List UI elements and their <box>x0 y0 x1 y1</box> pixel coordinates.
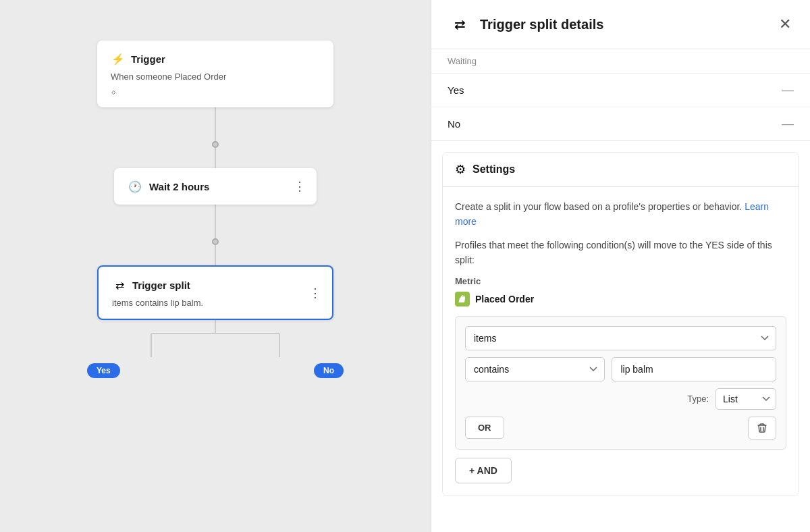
panel-header-icon: ⇄ <box>448 12 472 36</box>
metric-value: Placed Order <box>455 292 786 307</box>
settings-body: Create a split in your flow based on a p… <box>443 187 799 496</box>
trigger-icon: ⚡ <box>111 51 126 66</box>
filter-icon: ⬦ <box>111 86 320 97</box>
connector-dot-1 <box>212 141 219 148</box>
trigger-subtitle: When someone Placed Order <box>111 72 320 82</box>
split-icon: ⇄ <box>112 277 127 292</box>
trigger-node[interactable]: ⚡ Trigger When someone Placed Order ⬦ <box>97 41 333 107</box>
settings-title: Settings <box>473 163 515 176</box>
type-row: Type: List <box>465 388 776 410</box>
yes-value: — <box>782 83 794 97</box>
no-value: — <box>782 117 794 131</box>
connector-dot-2 <box>212 238 219 245</box>
and-button[interactable]: + AND <box>455 458 512 483</box>
right-panel: ⇄ Trigger split details ✕ Waiting Yes — … <box>431 0 810 532</box>
action-row: OR <box>465 417 776 440</box>
wait-node[interactable]: 🕐 Wait 2 hours ⋮ <box>114 168 317 205</box>
connector-4 <box>215 245 216 265</box>
delete-button[interactable] <box>748 417 776 440</box>
settings-gear-icon: ⚙ <box>455 162 466 177</box>
yes-no-section: Waiting Yes — No — <box>431 49 810 141</box>
connector-1 <box>215 107 216 141</box>
trigger-title: Trigger <box>131 53 165 65</box>
split-node[interactable]: ⇄ Trigger split items contains lip balm.… <box>97 265 333 320</box>
value-input[interactable] <box>612 357 776 381</box>
no-label: No <box>448 118 460 130</box>
branch-labels: Yes No <box>87 363 344 378</box>
no-row: No — <box>431 107 810 140</box>
panel-title: Trigger split details <box>480 17 776 32</box>
split-subtitle: items contains lip balm. <box>112 298 319 308</box>
waiting-label: Waiting <box>431 49 810 73</box>
wait-title: Wait 2 hours <box>149 181 209 192</box>
trash-icon <box>757 423 767 433</box>
close-button[interactable]: ✕ <box>776 14 794 34</box>
branch-lines <box>87 320 344 361</box>
type-select[interactable]: List <box>716 388 776 410</box>
no-branch-label: No <box>314 363 344 378</box>
or-button[interactable]: OR <box>465 417 504 439</box>
flow-canvas: ⚡ Trigger When someone Placed Order ⬦ 🕐 … <box>0 0 431 532</box>
shopify-icon <box>455 292 470 307</box>
operator-value-row: contains <box>465 357 776 381</box>
yes-label: Yes <box>448 84 464 96</box>
settings-desc1: Create a split in your flow based on a p… <box>455 199 786 230</box>
operator-select[interactable]: contains <box>465 357 605 381</box>
metric-name: Placed Order <box>475 294 534 304</box>
connector-3 <box>215 205 216 238</box>
type-label: Type: <box>687 394 709 404</box>
settings-desc2: Profiles that meet the following conditi… <box>455 238 786 268</box>
metric-label: Metric <box>455 276 786 286</box>
field-select[interactable]: items <box>465 326 776 350</box>
settings-header: ⚙ Settings <box>443 153 799 187</box>
panel-header: ⇄ Trigger split details ✕ <box>431 0 810 49</box>
condition-block: items contains Type: List <box>455 316 786 450</box>
split-menu-button[interactable]: ⋮ <box>306 284 324 302</box>
yes-row: Yes — <box>431 73 810 107</box>
yes-branch-label: Yes <box>87 363 120 378</box>
split-title: Trigger split <box>132 280 190 291</box>
wait-menu-button[interactable]: ⋮ <box>291 178 308 195</box>
field-row: items <box>465 326 776 350</box>
connector-2 <box>215 148 216 168</box>
settings-section: ⚙ Settings Create a split in your flow b… <box>442 152 799 496</box>
panel-content: Waiting Yes — No — ⚙ Settings Create a s… <box>431 49 810 532</box>
clock-icon: 🕐 <box>128 179 142 194</box>
